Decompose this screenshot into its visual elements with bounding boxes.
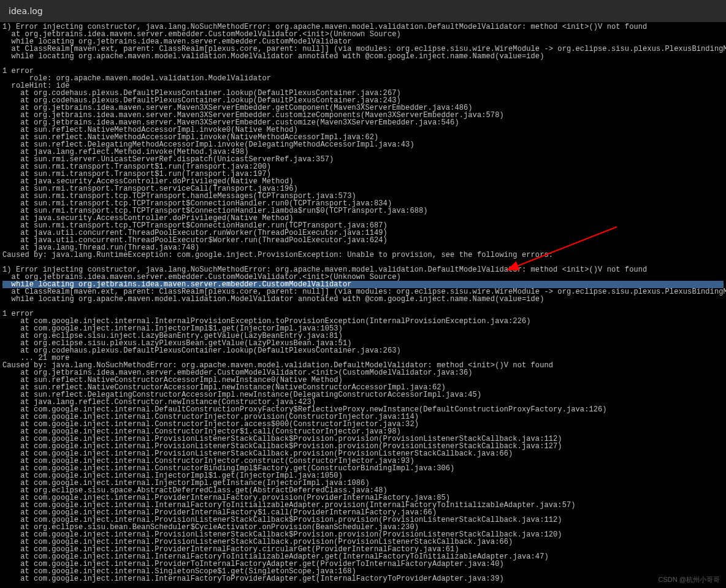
log-line: Caused by: java.lang.RuntimeException: c…: [2, 251, 724, 259]
watermark: CSDN @杭州小哥哥: [659, 575, 720, 584]
log-line: at org.codehaus.plexus.DefaultPlexusCont…: [2, 347, 724, 354]
log-line: at com.google.inject.internal.InternalFa…: [2, 575, 724, 582]
filename-label: idea.log: [9, 6, 43, 16]
log-line: [2, 303, 724, 310]
log-line: while locating org.apache.maven.model.va…: [2, 296, 724, 303]
log-line: [2, 60, 724, 67]
titlebar: idea.log: [0, 0, 726, 22]
log-viewer[interactable]: 1) Error injecting constructor, java.lan…: [0, 22, 726, 584]
log-line: while locating org.apache.maven.model.va…: [2, 53, 724, 60]
log-line: role: org.apache.maven.model.validation.…: [2, 75, 724, 82]
